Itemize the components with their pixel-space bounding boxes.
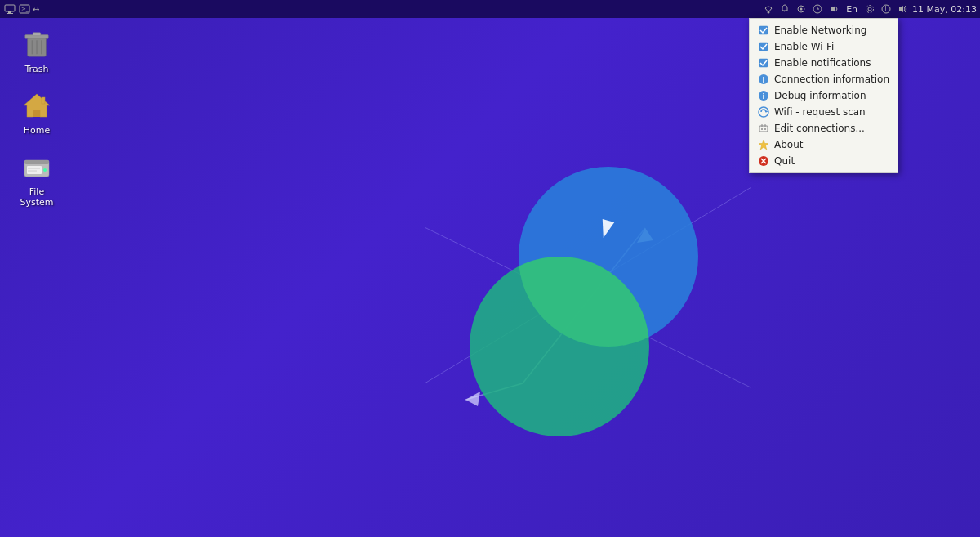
taskbar-left: >_ ↔ [3, 2, 46, 16]
network-icon[interactable] [762, 2, 775, 16]
svg-point-8 [800, 8, 803, 11]
svg-rect-2 [7, 13, 13, 14]
svg-rect-52 [760, 126, 768, 132]
taskbar-right: En i [762, 2, 977, 16]
menu-wifi-scan-label: Wifi - request scan [774, 106, 866, 118]
connection-info-icon: i [758, 74, 769, 85]
check-networking-icon [758, 25, 769, 36]
svg-marker-57 [759, 140, 768, 150]
svg-text:i: i [763, 92, 765, 101]
quit-icon [758, 155, 769, 167]
home-label: Home [24, 125, 50, 136]
filesystem-label: File System [11, 186, 62, 208]
svg-point-32 [43, 168, 47, 172]
menu-enable-wifi[interactable]: Enable Wi-Fi [750, 38, 898, 55]
menu-connection-info-label: Connection information [774, 74, 889, 85]
arrows-icon[interactable]: ↔ [33, 2, 46, 16]
svg-text:>_: >_ [21, 6, 29, 12]
svg-marker-17 [899, 6, 903, 12]
info-taskbar-icon[interactable]: i [880, 2, 893, 16]
nm-applet-icon[interactable] [795, 2, 808, 16]
menu-enable-notifications[interactable]: Enable notifications [750, 55, 898, 71]
edit-connections-icon [758, 123, 769, 134]
desktop-icons: Trash Home [8, 25, 65, 211]
svg-rect-25 [33, 110, 40, 117]
terminal-icon[interactable]: >_ [18, 2, 31, 16]
menu-enable-notifications-label: Enable notifications [774, 57, 871, 69]
menu-connection-info[interactable]: i Connection information [750, 71, 898, 87]
clock-icon[interactable] [811, 2, 824, 16]
svg-point-56 [764, 128, 766, 130]
wifi-scan-icon [758, 106, 769, 118]
menu-enable-networking[interactable]: Enable Networking [750, 22, 898, 38]
menu-wifi-scan[interactable]: Wifi - request scan [750, 104, 898, 120]
taskbar: >_ ↔ [0, 0, 980, 18]
menu-enable-networking-label: Enable Networking [774, 25, 866, 36]
volume-taskbar-icon[interactable] [827, 2, 840, 16]
svg-text:↔: ↔ [33, 5, 39, 14]
svg-point-14 [866, 6, 874, 13]
taskbar-datetime: 11 May, 02:13 [912, 4, 977, 15]
svg-rect-28 [24, 160, 49, 164]
check-wifi-icon [758, 41, 769, 52]
menu-quit-label: Quit [774, 155, 795, 167]
trash-icon-desktop[interactable]: Trash [8, 25, 65, 78]
debug-info-icon: i [758, 90, 769, 101]
lang-indicator[interactable]: En [844, 4, 860, 15]
home-icon-image [20, 89, 53, 122]
svg-marker-12 [831, 6, 835, 12]
wallpaper-decoration [425, 122, 751, 449]
svg-rect-1 [8, 11, 11, 13]
about-icon [758, 139, 769, 150]
svg-point-6 [768, 11, 770, 14]
bell-icon[interactable] [778, 2, 791, 16]
menu-about-label: About [774, 139, 803, 150]
screen-icon[interactable] [3, 2, 16, 16]
menu-debug-info[interactable]: i Debug information [750, 87, 898, 104]
svg-rect-0 [5, 5, 15, 11]
trash-label: Trash [24, 64, 48, 74]
svg-point-13 [868, 7, 871, 11]
svg-text:i: i [885, 6, 887, 13]
filesystem-icon-image [20, 150, 53, 183]
volume2-taskbar-icon[interactable] [896, 2, 909, 16]
svg-rect-26 [42, 97, 45, 104]
svg-rect-29 [27, 166, 42, 174]
menu-enable-wifi-label: Enable Wi-Fi [774, 41, 834, 52]
menu-debug-info-label: Debug information [774, 90, 866, 101]
menu-quit[interactable]: Quit [750, 153, 898, 169]
svg-marker-38 [466, 392, 480, 406]
svg-rect-20 [33, 33, 41, 36]
menu-edit-connections-label: Edit connections... [774, 123, 865, 134]
settings-icon[interactable] [863, 2, 876, 16]
menu-edit-connections[interactable]: Edit connections... [750, 120, 898, 136]
desktop: >_ ↔ [0, 0, 980, 537]
trash-icon-image [20, 28, 53, 60]
svg-text:i: i [763, 76, 765, 84]
check-notifications-icon [758, 57, 769, 69]
svg-point-55 [761, 128, 763, 130]
filesystem-icon-desktop[interactable]: File System [8, 147, 65, 211]
menu-about[interactable]: About [750, 136, 898, 153]
home-icon-desktop[interactable]: Home [8, 86, 65, 139]
network-context-menu: Enable Networking Enable Wi-Fi Enable no… [749, 18, 898, 173]
